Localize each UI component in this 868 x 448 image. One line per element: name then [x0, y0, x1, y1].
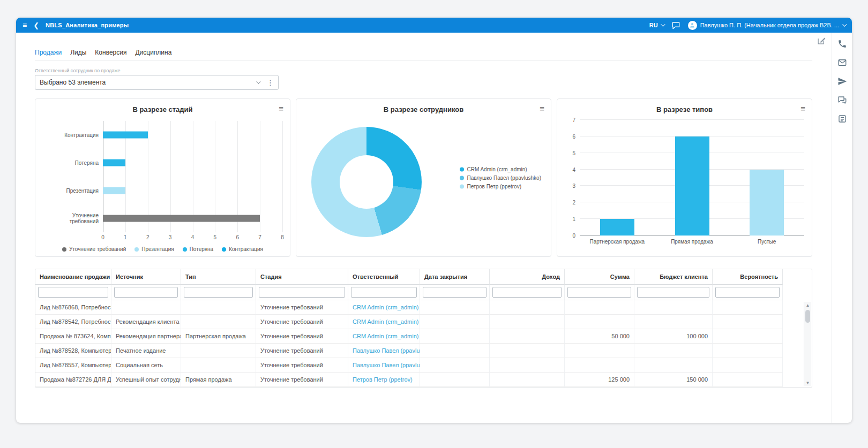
table-cell — [420, 344, 490, 358]
table-cell — [634, 300, 713, 315]
bar-row — [103, 121, 282, 149]
notes-icon[interactable] — [837, 114, 847, 124]
table-cell — [181, 315, 256, 329]
responsible-link[interactable]: Павлушко Павел (ppavlushk — [348, 358, 420, 373]
main-content: ПродажиЛидыКонверсияДисциплина Ответстве… — [16, 33, 832, 423]
legend-dot — [460, 167, 464, 171]
legend-dot — [183, 247, 187, 252]
scroll-up-icon[interactable]: ▲ — [804, 302, 811, 309]
app-window: ≡ ❮ NBLS_Аналитика_примеры RU Павлушко П… — [16, 18, 852, 423]
sales-table: Наименование продажиИсточникТипСтадияОтв… — [35, 269, 804, 387]
table-cell — [713, 329, 783, 344]
responsible-filter-select[interactable]: Выбрано 53 элемента ⋮ — [35, 75, 279, 90]
x-tick-label: 3 — [169, 234, 172, 240]
bar-Потеряна[interactable] — [103, 160, 125, 166]
responsible-link[interactable]: CRM Admin (crm_admin) — [348, 300, 420, 315]
tab-Дисциплина[interactable]: Дисциплина — [135, 49, 171, 56]
table-cell — [713, 315, 783, 329]
table-cell — [565, 358, 634, 373]
column-filter-input[interactable] — [423, 287, 487, 298]
avatar — [688, 21, 697, 30]
table-cell: Уточнение требований — [256, 329, 348, 344]
table-scrollbar[interactable]: ▲ ▼ — [804, 302, 811, 386]
legend-label: Контрактация — [229, 246, 263, 252]
table-cell — [490, 373, 565, 387]
chart-title: В разрезе типов — [565, 105, 804, 113]
filter-cell — [111, 285, 181, 300]
category-label: Партнерская продажа — [580, 239, 655, 245]
filter-label: Ответственный сотрудник по продаже — [35, 68, 812, 73]
filter-menu-dots-icon[interactable]: ⋮ — [267, 79, 274, 86]
responsible-link[interactable]: CRM Admin (crm_admin) — [348, 329, 420, 344]
table-cell: 125 000 — [565, 373, 634, 387]
chart-menu-icon[interactable]: ≡ — [279, 104, 283, 112]
bar-row — [103, 204, 282, 232]
stages-labels: КонтрактацияПотерянаПрезентацияУточнение… — [43, 121, 103, 242]
table-cell — [490, 358, 565, 373]
email-icon[interactable] — [837, 58, 847, 67]
chart-menu-icon[interactable]: ≡ — [540, 104, 544, 112]
stages-chart-card: В разрезе стадий ≡ КонтрактацияПотерянаП… — [35, 98, 290, 257]
bar-Контрактация[interactable] — [103, 132, 148, 139]
y-tick-label: 7 — [572, 117, 575, 123]
table-cell — [565, 315, 634, 329]
column-filter-input[interactable] — [114, 287, 178, 298]
chart-title: В разрезе сотрудников — [304, 105, 543, 113]
language-selector[interactable]: RU — [649, 22, 664, 28]
communication-rail — [832, 33, 852, 423]
legend-item: Презентация — [134, 246, 174, 252]
column-filter-input[interactable] — [38, 287, 108, 298]
page-title: NBLS_Аналитика_примеры — [46, 22, 129, 28]
column-filter-input[interactable] — [637, 287, 709, 298]
chevron-down-icon — [256, 79, 260, 83]
bar-Презентация[interactable] — [103, 187, 125, 194]
column-filter-input[interactable] — [567, 287, 631, 298]
scrollbar-thumb[interactable] — [805, 310, 810, 323]
column-filter-input[interactable] — [184, 287, 253, 298]
send-icon[interactable] — [837, 77, 847, 86]
responsible-link[interactable]: CRM Admin (crm_admin) — [348, 315, 420, 329]
responsible-link[interactable]: Петров Петр (ppetrov) — [348, 373, 420, 387]
table-cell — [490, 329, 565, 344]
bar-column — [580, 120, 655, 236]
tab-Лиды[interactable]: Лиды — [70, 49, 86, 56]
column-filter-input[interactable] — [715, 287, 780, 298]
edit-icon[interactable] — [817, 36, 826, 45]
top-bar: ≡ ❮ NBLS_Аналитика_примеры RU Павлушко П… — [16, 18, 852, 33]
legend-dot — [460, 184, 464, 188]
hamburger-menu-icon[interactable]: ≡ — [23, 21, 27, 29]
filter-selected-value: Выбрано 53 элемента — [40, 79, 106, 86]
y-tick-label: 2 — [572, 200, 575, 206]
bar-Пустые[interactable] — [750, 170, 784, 236]
legend-label: Потеряна — [190, 246, 214, 252]
legend-item: Потеряна — [183, 246, 214, 252]
back-chevron-icon[interactable]: ❮ — [33, 22, 39, 29]
chat-icon[interactable] — [671, 21, 680, 29]
table-cell: Рекомендация партнера — [111, 329, 181, 344]
employees-donut[interactable] — [311, 127, 422, 237]
scroll-down-icon[interactable]: ▼ — [804, 379, 811, 386]
column-filter-input[interactable] — [259, 287, 345, 298]
bar-Партнерская продажа[interactable] — [600, 219, 634, 236]
column-filter-input[interactable] — [351, 287, 417, 298]
legend-label: Петров Петр (ppetrov) — [467, 184, 521, 189]
chart-menu-icon[interactable]: ≡ — [800, 104, 805, 112]
column-header: Ответственный — [348, 269, 420, 285]
column-header: Сумма — [565, 269, 634, 285]
tab-Продажи[interactable]: Продажи — [35, 49, 62, 56]
table-cell: Уточнение требований — [256, 373, 348, 387]
phone-icon[interactable] — [837, 39, 847, 49]
responsible-link[interactable]: Павлушко Павел (ppavlushk — [348, 344, 420, 358]
bar-Прямая продажа[interactable] — [675, 136, 709, 236]
table-cell: Уточнение требований — [256, 315, 348, 329]
employees-legend: CRM Admin (crm_admin)Павлушко Павел (ppa… — [460, 166, 541, 189]
table-cell: Лид №878557, Компьютерна — [35, 358, 111, 373]
table-cell — [490, 344, 565, 358]
tab-Конверсия[interactable]: Конверсия — [95, 49, 126, 56]
column-filter-input[interactable] — [492, 287, 562, 298]
chat-bubbles-icon[interactable] — [837, 95, 847, 105]
user-menu[interactable]: Павлушко П. П. (Начальник отдела продаж … — [688, 21, 845, 30]
category-label: Контрактация — [43, 121, 103, 149]
table-cell: Рекомендация клиента — [111, 315, 181, 329]
bar-Уточнение требований[interactable] — [103, 215, 260, 222]
